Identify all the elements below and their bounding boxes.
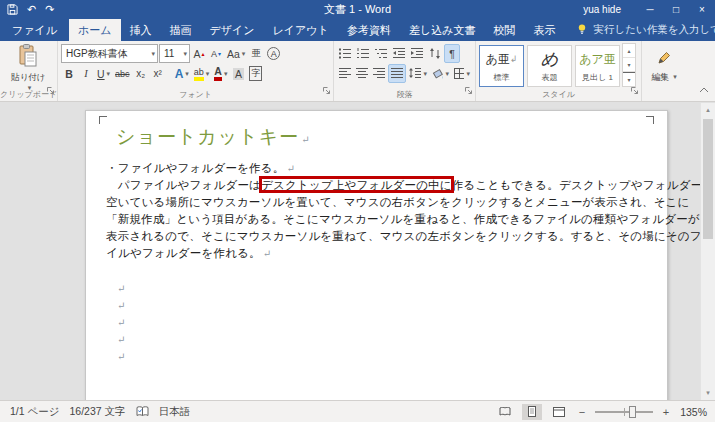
italic-button[interactable]: I [78, 64, 94, 83]
chevron-down-icon: ▾ [242, 50, 246, 58]
show-formatting-marks-button[interactable]: ¶ [444, 44, 460, 63]
redo-icon[interactable]: ↷ [45, 4, 54, 15]
shrink-font-button[interactable]: A▾ [208, 44, 224, 63]
zoom-percentage[interactable]: 135% [679, 406, 707, 418]
document-body[interactable]: ショートカットキー↵ ・ファイルやフォルダーを作る。↵ パファイルやフォルダーは… [86, 111, 667, 365]
style-normal[interactable]: あ亜↲ 標準 [479, 45, 524, 87]
justify-button[interactable] [388, 64, 406, 83]
shading-button[interactable]: ▾ [430, 64, 451, 83]
scroll-up-arrow[interactable]: ▴ [701, 106, 715, 114]
collapse-ribbon-button[interactable] [699, 79, 709, 97]
close-button[interactable]: × [689, 0, 715, 19]
increase-indent-button[interactable] [409, 44, 426, 63]
tab-home[interactable]: ホーム [69, 19, 121, 41]
document-line: 「新規作成」という項目がある。そこにマウスカーソルを重ねると、作成できるファイル… [106, 211, 649, 228]
align-center-button[interactable] [354, 64, 370, 83]
font-dialog-launcher[interactable] [323, 81, 331, 99]
bold-button[interactable]: B [61, 64, 77, 83]
chevron-down-icon: ▾ [673, 73, 677, 81]
zoom-in-button[interactable]: + [660, 406, 672, 418]
chevron-down-icon: ▾ [151, 50, 155, 58]
font-name-select[interactable]: HGP教科書体 ▾ [61, 44, 158, 63]
grow-font-button[interactable]: A▴ [191, 44, 207, 63]
font-color-button[interactable]: A▾ [212, 64, 229, 83]
text-effects-button[interactable]: A▾ [173, 64, 191, 83]
document-area: ショートカットキー↵ ・ファイルやフォルダーを作る。↵ パファイルやフォルダーは… [0, 103, 715, 400]
status-bar: 1/1 ページ 16/237 文字 日本語 − + 135% [0, 400, 715, 422]
change-case-button[interactable]: Aa▾ [225, 44, 247, 63]
multilevel-list-button[interactable] [373, 44, 390, 63]
tab-insert[interactable]: 挿入 [121, 19, 161, 41]
save-icon[interactable] [7, 4, 18, 15]
tab-design[interactable]: デザイン [201, 19, 264, 41]
font-group-label: フォント [58, 89, 333, 100]
vertical-scrollbar[interactable]: ▴ ▾ [700, 103, 715, 400]
subscript-button[interactable]: x₂ [133, 64, 149, 83]
document-heading: ショートカットキー [116, 126, 299, 147]
document-line: イルやフォルダーを作れる。↵ [106, 245, 649, 262]
styles-scroll-up[interactable]: ▴ [623, 44, 635, 58]
chevron-up-icon: ▴ [202, 50, 205, 57]
document-page[interactable]: ショートカットキー↵ ・ファイルやフォルダーを作る。↵ パファイルやフォルダーは… [85, 110, 668, 400]
character-shading-button[interactable]: A [230, 64, 246, 83]
maximize-button[interactable]: □ [663, 0, 689, 19]
tab-references[interactable]: 参考資料 [338, 19, 400, 41]
zoom-slider-notch [624, 408, 625, 416]
character-border-button[interactable]: 字 [247, 64, 264, 83]
style-heading1[interactable]: あア亜 見出し 1 [575, 45, 620, 87]
read-mode-button[interactable] [495, 404, 515, 420]
paste-label: 貼り付け [11, 72, 45, 84]
tell-me-label: 実行したい作業を入力してください [593, 23, 715, 37]
empty-paragraph: ↵ [106, 348, 649, 365]
editing-menu-button[interactable]: 編集 ▾ [651, 71, 677, 84]
tab-file[interactable]: ファイル [0, 19, 69, 41]
tab-draw[interactable]: 描画 [161, 19, 201, 41]
zoom-out-button[interactable]: − [576, 406, 588, 418]
empty-paragraph: ↵ [106, 314, 649, 331]
page-indicator[interactable]: 1/1 ページ [10, 405, 60, 419]
web-layout-button[interactable] [549, 404, 569, 420]
clipboard-dialog-launcher[interactable] [47, 81, 55, 99]
enclose-character-button[interactable]: A [265, 44, 282, 63]
sort-button[interactable] [427, 44, 443, 63]
tab-review[interactable]: 校閲 [484, 19, 524, 41]
scrollbar-thumb[interactable] [703, 119, 713, 239]
underline-button[interactable]: U▾ [95, 64, 112, 83]
styles-scroll-down[interactable]: ▾ [623, 58, 635, 72]
style-title[interactable]: め 表題 [527, 45, 572, 87]
proofing-icon[interactable] [136, 406, 149, 417]
document-line: 空いている場所にマウスカーソルを置いて、マウスの右ボタンをクリックするとメニュー… [106, 194, 649, 211]
line-spacing-button[interactable]: ▾ [407, 64, 429, 83]
word-window: ↶ ↷ 文書 1 - Word yua hide ─ □ × ファイル ホーム … [0, 0, 715, 422]
print-layout-button[interactable] [522, 404, 542, 420]
align-right-button[interactable] [371, 64, 387, 83]
tab-view[interactable]: 表示 [524, 19, 564, 41]
scroll-down-arrow[interactable]: ▾ [701, 389, 715, 397]
document-line: パファイルやフォルダーはデスクトップ上やフォルダーの中に作ることもできる。デスク… [106, 177, 649, 194]
undo-icon[interactable]: ↶ [27, 4, 36, 15]
document-line: 表示されるので、そこにマウスカーソルを重ねて、マウスの左ボタンをクリックする。す… [106, 228, 649, 245]
ribbon: 貼り付け ▾ クリップボード HGP教科書体 ▾ 11 ▾ A▴ A▾ [0, 41, 715, 102]
zoom-slider[interactable] [595, 411, 653, 413]
minimize-button[interactable]: ─ [637, 0, 663, 19]
font-size-select[interactable]: 11 ▾ [159, 44, 190, 63]
tab-mailings[interactable]: 差し込み文書 [400, 19, 485, 41]
align-left-button[interactable] [337, 64, 353, 83]
bullet-list-button[interactable] [337, 44, 354, 63]
chevron-down-icon: ▾ [185, 70, 189, 78]
zoom-slider-thumb[interactable] [629, 406, 636, 418]
tab-layout[interactable]: レイアウト [264, 19, 338, 41]
word-count[interactable]: 16/237 文字 [70, 405, 126, 419]
ruby-button[interactable]: 亜 [248, 44, 264, 63]
paragraph-dialog-launcher[interactable] [465, 81, 473, 99]
numbered-list-button[interactable] [355, 44, 372, 63]
decrease-indent-button[interactable] [391, 44, 408, 63]
styles-dialog-launcher[interactable] [631, 81, 639, 99]
language-indicator[interactable]: 日本語 [159, 405, 191, 419]
strikethrough-button[interactable]: abc [113, 64, 132, 83]
return-mark-icon: ↲ [510, 54, 518, 64]
highlight-color-button[interactable]: ab▾ [192, 64, 212, 83]
superscript-button[interactable]: x² [150, 64, 166, 83]
pilcrow-mark: ↵ [301, 134, 309, 145]
tell-me-box[interactable]: 実行したい作業を入力してください [576, 19, 715, 41]
